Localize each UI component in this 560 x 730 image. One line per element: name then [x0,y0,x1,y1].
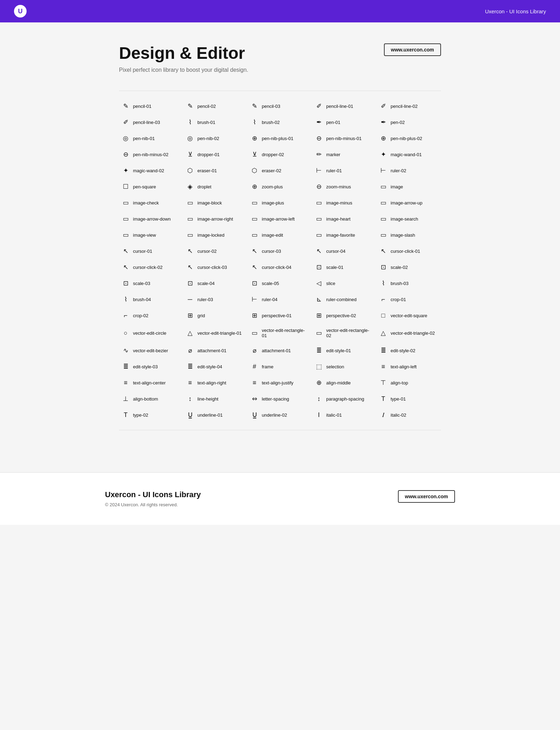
icon-label-image-plus: image-plus [262,200,284,206]
vector-edit-square-icon: □ [379,312,387,319]
footer-url-link[interactable]: www.uxercon.com [398,490,455,503]
vector-edit-triangle-02-icon: △ [379,329,387,337]
image-slash-icon: ▭ [379,231,387,239]
icon-item-pen-nib-plus-01: ⊕pen-nib-plus-01 [248,130,312,146]
icon-label-text-align-left: text-align-left [391,364,416,369]
icon-item-vector-edit-circle: ○vector-edit-circle [119,324,183,342]
footer-link[interactable]: www.uxercon.com [398,490,455,503]
cursor-click-01-icon: ↖ [379,247,387,255]
underline-02-icon: U̲ [251,411,258,419]
footer-brand-name: Uxercon - UI Icons Library [105,490,201,499]
edit-style-02-icon: ≣ [379,347,387,354]
icon-label-slice: slice [326,281,335,286]
text-align-left-icon: ≡ [379,363,387,370]
icon-label-line-height: line-height [197,396,218,402]
icon-item-pencil-01: ✎pencil-01 [119,98,183,114]
grid-icon: ⊞ [186,312,194,319]
attachment-01-icon: ⌀ [186,347,194,354]
image-plus-icon: ▭ [251,199,258,207]
icon-label-pen-02: pen-02 [391,120,405,125]
edit-style-04-icon: ≣ [186,363,194,370]
cursor-03-icon: ↖ [251,247,258,255]
icon-item-vector-edit-rectangle-02: ▭vector-edit-rectangle-02 [312,324,377,342]
icon-item-dropper-01: ⊻dropper-01 [183,146,248,162]
icon-item-vector-edit-triangle-02: △vector-edit-triangle-02 [377,324,441,342]
vector-edit-circle-icon: ○ [122,329,130,337]
hero-text: Design & Editor Pixel perfect icon libra… [119,43,248,73]
type-02-icon: T [122,411,130,419]
scale-05-icon: ⊡ [251,279,258,287]
icon-label-cursor-01: cursor-01 [133,249,152,254]
icon-label-pen-nib-01: pen-nib-01 [133,136,155,141]
italic-01-icon: I [315,411,323,419]
zoom-minus-icon: ⊖ [315,183,323,190]
ruler-02-icon: ⊢ [379,167,387,174]
icon-item-image-arrow-down: ▭image-arrow-down [119,211,183,227]
icon-item-vector-edit-square: □vector-edit-square [377,307,441,324]
icon-item-italic-02: 𝐼italic-02 [377,407,441,423]
icon-label-pen-nib-plus-01: pen-nib-plus-01 [262,136,293,141]
hero-link[interactable]: www.uxercon.com [384,43,441,56]
icon-item-scale-02: ⊡scale-02 [377,259,441,275]
icon-label-scale-03: scale-03 [133,281,150,286]
icon-label-text-align-center: text-align-center [133,380,166,385]
icon-label-edit-style-02: edit-style-02 [391,348,415,353]
icon-label-image-arrow-right: image-arrow-right [197,216,233,222]
image-view-icon: ▭ [122,231,130,239]
icon-label-perspective-02: perspective-02 [326,313,356,318]
cursor-click-04-icon: ↖ [251,263,258,271]
icon-label-image-view: image-view [133,232,156,238]
icon-item-pen-nib-minus-01: ⊖pen-nib-minus-01 [312,130,377,146]
icon-item-scale-05: ⊡scale-05 [248,275,312,291]
image-edit-icon: ▭ [251,231,258,239]
icon-item-underline-02: U̲underline-02 [248,407,312,423]
icons-grid: ✎pencil-01✎pencil-02✎pencil-03✐pencil-li… [119,98,441,423]
icon-label-pencil-line-02: pencil-line-02 [391,104,418,109]
hero-section: Design & Editor Pixel perfect icon libra… [119,43,441,73]
icon-label-ruler-04: ruler-04 [262,297,278,302]
icon-label-crop-02: crop-02 [133,313,148,318]
icon-label-brush-01: brush-01 [197,120,215,125]
icon-label-image-arrow-left: image-arrow-left [262,216,295,222]
icon-label-eraser-02: eraser-02 [262,168,281,173]
icon-label-underline-01: underline-01 [197,412,223,418]
icon-item-selection: ⬚selection [312,359,377,375]
cursor-01-icon: ↖ [122,247,130,255]
icon-label-vector-edit-bezier: vector-edit-bezier [133,348,168,353]
icon-item-image-slash: ▭image-slash [377,227,441,243]
italic-02-icon: 𝐼 [379,411,387,419]
icon-item-pen-nib-plus-02: ⊕pen-nib-plus-02 [377,130,441,146]
icon-item-image-check: ▭image-check [119,195,183,211]
image-search-icon: ▭ [379,215,387,223]
icon-item-crop-02: ⌐crop-02 [119,307,183,324]
droplet-icon: ◈ [186,183,194,190]
paragraph-spacing-icon: ↕ [315,395,323,403]
selection-icon: ⬚ [315,363,323,370]
icon-item-ruler-03: ─ruler-03 [183,291,248,307]
icon-item-image-view: ▭image-view [119,227,183,243]
icon-label-perspective-01: perspective-01 [262,313,292,318]
icon-item-perspective-01: ⊞perspective-01 [248,307,312,324]
pencil-line-03-icon: ✐ [122,118,130,126]
pencil-03-icon: ✎ [251,102,258,110]
icon-item-image-arrow-left: ▭image-arrow-left [248,211,312,227]
page-subtitle: Pixel perfect icon library to boost your… [119,67,248,73]
brush-02-icon: ⌇ [251,118,258,126]
icon-item-pencil-line-02: ✐pencil-line-02 [377,98,441,114]
icon-label-vector-edit-circle: vector-edit-circle [133,331,166,336]
icon-item-cursor-click-03: ↖cursor-click-03 [183,259,248,275]
cursor-04-icon: ↖ [315,247,323,255]
scale-04-icon: ⊡ [186,279,194,287]
icon-label-brush-02: brush-02 [262,120,280,125]
line-height-icon: ↕ [186,395,194,403]
icon-item-droplet: ◈droplet [183,179,248,195]
icon-item-grid: ⊞grid [183,307,248,324]
icon-item-perspective-02: ⊞perspective-02 [312,307,377,324]
hero-url-link[interactable]: www.uxercon.com [384,43,441,56]
icon-item-vector-edit-triangle-01: △vector-edit-triangle-01 [183,324,248,342]
icon-label-cursor-03: cursor-03 [262,249,281,254]
icon-label-vector-edit-square: vector-edit-square [391,313,427,318]
icon-label-cursor-04: cursor-04 [326,249,345,254]
image-block-icon: ▭ [186,199,194,207]
icon-item-magic-wand-02: ✦magic-wand-02 [119,162,183,179]
